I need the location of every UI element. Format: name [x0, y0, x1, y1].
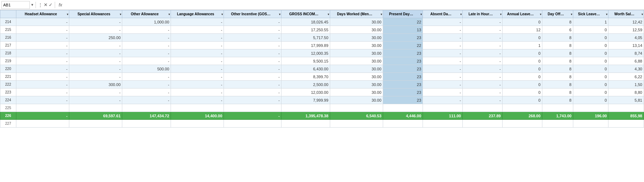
cell-ag[interactable]: 0: [573, 49, 608, 57]
column-header-aa[interactable]: Days Worked (Men…▾: [330, 10, 383, 18]
bottom-cell[interactable]: [69, 120, 122, 128]
cell-w[interactable]: -: [122, 73, 171, 81]
cell-aa[interactable]: 30.00: [330, 65, 383, 73]
cell-ag[interactable]: 0: [573, 57, 608, 65]
cell-w[interactable]: -: [122, 96, 171, 104]
cell-ac[interactable]: -: [423, 42, 463, 49]
cell-ah[interactable]: 6,88: [608, 57, 644, 65]
cell-x[interactable]: -: [171, 18, 224, 26]
cell-aa[interactable]: 30.00: [330, 81, 383, 89]
filter-dropdown-icon[interactable]: ▾: [381, 12, 382, 16]
bottom-cell[interactable]: [16, 120, 69, 128]
cell-y[interactable]: -: [224, 42, 281, 49]
more-options-icon[interactable]: ⋮: [38, 2, 43, 7]
cell-u[interactable]: -: [16, 96, 69, 104]
column-header-row[interactable]: [0, 10, 16, 18]
cell-af[interactable]: 8: [542, 96, 573, 104]
cell-ad[interactable]: -: [462, 26, 502, 34]
empty-cell[interactable]: [69, 104, 122, 112]
bottom-cell[interactable]: [542, 120, 573, 128]
cell-ad[interactable]: -: [462, 89, 502, 96]
filter-dropdown-icon[interactable]: ▾: [571, 12, 572, 16]
cell-v[interactable]: -: [69, 42, 122, 49]
cell-ad[interactable]: -: [462, 96, 502, 104]
cell-af[interactable]: 8: [542, 42, 573, 49]
cell-ag[interactable]: 0: [573, 42, 608, 49]
cell-x[interactable]: -: [171, 89, 224, 96]
cell-x[interactable]: -: [171, 26, 224, 34]
cell-ag[interactable]: 0: [573, 34, 608, 42]
cell-ab[interactable]: 23: [383, 65, 423, 73]
bottom-cell[interactable]: [573, 120, 608, 128]
dropdown-arrow-icon[interactable]: ▾: [31, 2, 33, 7]
cell-ad[interactable]: -: [462, 73, 502, 81]
cell-y[interactable]: -: [224, 89, 281, 96]
cell-w[interactable]: 500.00: [122, 65, 171, 73]
cell-w[interactable]: -: [122, 89, 171, 96]
bottom-cell[interactable]: [122, 120, 171, 128]
cell-aa[interactable]: 30.00: [330, 49, 383, 57]
cell-v[interactable]: -: [69, 89, 122, 96]
cell-ae[interactable]: 0: [502, 18, 542, 26]
cell-aa[interactable]: 30.00: [330, 89, 383, 96]
cell-u[interactable]: -: [16, 26, 69, 34]
bottom-cell[interactable]: [502, 120, 542, 128]
cell-w[interactable]: -: [122, 49, 171, 57]
column-header-ag[interactable]: Sick Leave…▾: [573, 10, 608, 18]
filter-dropdown-icon[interactable]: ▾: [279, 12, 280, 16]
cell-w[interactable]: -: [122, 42, 171, 49]
cancel-icon[interactable]: ✕: [44, 2, 48, 7]
cell-y[interactable]: -: [224, 18, 281, 26]
cell-u[interactable]: -: [16, 89, 69, 96]
empty-cell[interactable]: [171, 104, 224, 112]
cell-af[interactable]: 8: [542, 65, 573, 73]
cell-ah[interactable]: 4,05: [608, 34, 644, 42]
cell-reference-input[interactable]: [1, 1, 30, 9]
bottom-cell[interactable]: [608, 120, 644, 128]
cell-ab[interactable]: 23: [383, 96, 423, 104]
cell-ah[interactable]: 4,30: [608, 65, 644, 73]
cell-ag[interactable]: 0: [573, 81, 608, 89]
cell-af[interactable]: 8: [542, 81, 573, 89]
filter-dropdown-icon[interactable]: ▾: [168, 12, 170, 16]
cell-u[interactable]: -: [16, 49, 69, 57]
column-header-x[interactable]: Language Allowances▾: [171, 10, 224, 18]
cell-y[interactable]: -: [224, 81, 281, 89]
cell-ah[interactable]: 8,80: [608, 89, 644, 96]
cell-af[interactable]: 8: [542, 49, 573, 57]
cell-ah[interactable]: 1,50: [608, 81, 644, 89]
cell-ad[interactable]: -: [462, 81, 502, 89]
empty-cell[interactable]: [542, 104, 573, 112]
cell-z[interactable]: 9,500.15: [281, 57, 330, 65]
cell-ae[interactable]: 0: [502, 96, 542, 104]
cell-x[interactable]: -: [171, 49, 224, 57]
cell-u[interactable]: -: [16, 73, 69, 81]
cell-v[interactable]: -: [69, 96, 122, 104]
cell-u[interactable]: -: [16, 34, 69, 42]
cell-ah[interactable]: 6,22: [608, 73, 644, 81]
filter-dropdown-icon[interactable]: ▾: [460, 12, 462, 16]
cell-z[interactable]: 6,430.00: [281, 65, 330, 73]
filter-dropdown-icon[interactable]: ▾: [500, 12, 501, 16]
cell-ac[interactable]: -: [423, 57, 463, 65]
cell-aa[interactable]: 30.00: [330, 34, 383, 42]
cell-ac[interactable]: -: [423, 26, 463, 34]
cell-y[interactable]: -: [224, 49, 281, 57]
cell-y[interactable]: -: [224, 96, 281, 104]
cell-ab[interactable]: 23: [383, 57, 423, 65]
cell-v[interactable]: -: [69, 26, 122, 34]
cell-af[interactable]: 6: [542, 26, 573, 34]
cell-v[interactable]: -: [69, 49, 122, 57]
cell-ah[interactable]: 13,14: [608, 42, 644, 49]
column-header-ab[interactable]: Present Day…▾: [383, 10, 423, 18]
cell-x[interactable]: -: [171, 57, 224, 65]
cell-ab[interactable]: 13: [383, 26, 423, 34]
cell-v[interactable]: -: [69, 73, 122, 81]
cell-z[interactable]: 12,000.35: [281, 49, 330, 57]
cell-ac[interactable]: -: [423, 49, 463, 57]
cell-ad[interactable]: -: [462, 18, 502, 26]
cell-x[interactable]: -: [171, 65, 224, 73]
cell-ag[interactable]: 1: [573, 18, 608, 26]
cell-x[interactable]: -: [171, 34, 224, 42]
cell-y[interactable]: -: [224, 34, 281, 42]
